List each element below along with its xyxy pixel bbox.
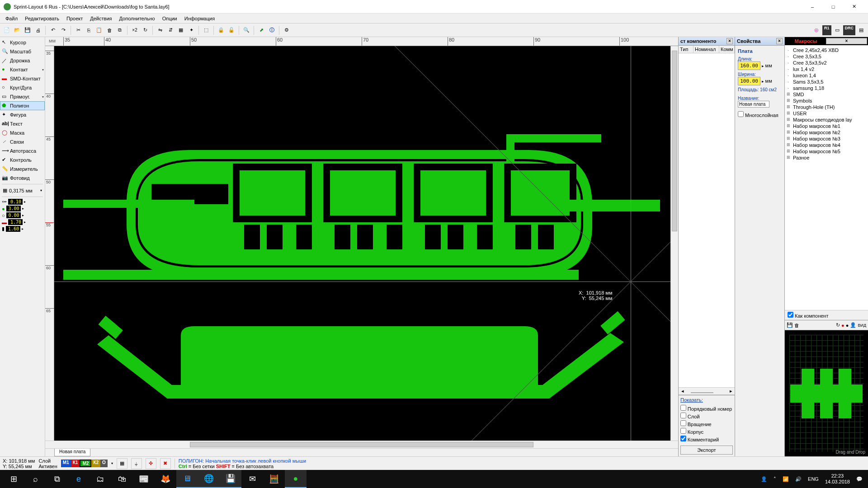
- settings-button[interactable]: ⚙: [282, 25, 292, 35]
- tray-volume-icon[interactable]: 🔊: [795, 476, 802, 482]
- tool-photoview[interactable]: 📷Фотовид: [0, 174, 45, 183]
- minimize-button[interactable]: –: [802, 0, 823, 14]
- layers-button[interactable]: ▤: [856, 25, 866, 35]
- drc-badge[interactable]: DRC: [843, 25, 856, 35]
- macro-item[interactable]: lux 1,4 v2: [787, 66, 866, 72]
- grid-setting[interactable]: ▦0,3175 мм▾: [0, 186, 45, 195]
- chrome-icon[interactable]: 🌐: [198, 470, 220, 488]
- menu-file[interactable]: Файл: [2, 15, 21, 22]
- x2-button[interactable]: ×2: [130, 25, 140, 35]
- info-button[interactable]: ⓘ: [267, 25, 277, 35]
- tray-clock[interactable]: 22:2314.03.2018: [825, 473, 850, 485]
- param-smd-h[interactable]: ▮1.60▸: [0, 225, 45, 232]
- undo-button[interactable]: ↶: [48, 25, 58, 35]
- r1-badge[interactable]: R1: [822, 25, 831, 35]
- show-opt-number[interactable]: Порядковый номер: [680, 404, 733, 412]
- sprint-layout-icon[interactable]: ●: [285, 470, 307, 488]
- macro-folder[interactable]: Набор макросов №5: [787, 148, 866, 155]
- app2-icon[interactable]: 🦊: [155, 470, 176, 488]
- macro-folder[interactable]: Набор макросов №1: [787, 123, 866, 129]
- menu-actions[interactable]: Действия: [86, 15, 115, 22]
- mail-icon[interactable]: ✉: [241, 470, 263, 488]
- tool-autoroute[interactable]: ⟿Автотрасса: [0, 146, 45, 155]
- macro-folder[interactable]: SMD: [787, 91, 866, 98]
- component-hscroll[interactable]: ◂▸: [679, 387, 735, 395]
- tool-connections[interactable]: ⟋Связи: [0, 137, 45, 146]
- macro-user-icon[interactable]: 👤: [850, 322, 856, 328]
- copy-button[interactable]: ⎘: [84, 25, 94, 35]
- tool-mask[interactable]: ◯Маска: [0, 128, 45, 137]
- macro-folder[interactable]: Набор макросов №2: [787, 129, 866, 136]
- close-macros[interactable]: ×: [826, 38, 867, 44]
- horizontal-scrollbar[interactable]: [45, 441, 678, 448]
- ruler-vertical[interactable]: 35 40 45 50 55 60 65: [45, 46, 54, 441]
- as-component-checkbox[interactable]: Как компонент: [788, 313, 828, 319]
- macro-item[interactable]: Cree 2,45x2,45 XBD: [787, 47, 866, 53]
- macro-dot-red[interactable]: ●: [841, 323, 844, 328]
- unlock-button[interactable]: 🔓: [226, 25, 236, 35]
- explorer-icon[interactable]: 🗂: [90, 470, 111, 488]
- ruler-horizontal[interactable]: мм 35 40 50 60 70 80 90 100: [45, 37, 678, 46]
- start-button[interactable]: ⊞: [3, 470, 24, 488]
- system-tray[interactable]: 👤 ˄ 📶 🔊 ENG 22:2314.03.2018 💬: [761, 473, 865, 485]
- macro-item[interactable]: Sams 3,5x3,5: [787, 79, 866, 85]
- tray-people-icon[interactable]: 👤: [761, 476, 767, 482]
- tool-rect[interactable]: ▭Прямоуг.▾: [0, 92, 45, 101]
- param-pad-inner[interactable]: ○0.00▸: [0, 212, 45, 219]
- macro-dot-black[interactable]: ●: [846, 323, 849, 328]
- cut-button[interactable]: ✂: [73, 25, 83, 35]
- macro-preview[interactable]: Drag and Drop: [785, 330, 868, 456]
- app3-icon[interactable]: 🖥: [176, 470, 198, 488]
- layer-selector[interactable]: М1 К1 М2 К2 О: [61, 460, 108, 467]
- tool-track[interactable]: ／Дорожка: [0, 56, 45, 65]
- menu-info[interactable]: Информация: [181, 15, 218, 22]
- task-view-icon[interactable]: ⧉: [46, 470, 68, 488]
- tool-cursor[interactable]: ↖Курсор: [0, 38, 45, 47]
- redo-button[interactable]: ↷: [58, 25, 68, 35]
- show-opt-rotation[interactable]: Вращение: [680, 420, 733, 427]
- print-button[interactable]: 🖨: [33, 25, 43, 35]
- macro-view-label[interactable]: ВИД: [858, 323, 866, 328]
- search-icon[interactable]: ⌕: [24, 470, 46, 488]
- status-grid-icon[interactable]: ▦: [117, 458, 127, 469]
- tray-network-icon[interactable]: 📶: [783, 476, 789, 482]
- macro-folder[interactable]: USER: [787, 110, 866, 117]
- select-button[interactable]: ⬈: [256, 25, 266, 35]
- mirror-v-button[interactable]: ⇵: [165, 25, 175, 35]
- tool-circle[interactable]: ○Круг/Дуга: [0, 83, 45, 92]
- show-opt-package[interactable]: Корпус: [680, 427, 733, 435]
- macro-refresh-icon[interactable]: ↻: [836, 322, 840, 328]
- macro-item[interactable]: luxeon 1,4: [787, 72, 866, 79]
- tool-polygon[interactable]: ⬟Полигон: [0, 101, 45, 110]
- tool-smd[interactable]: ▬SMD-Контакт: [0, 74, 45, 83]
- param-pad-outer[interactable]: ●3.00▸: [0, 205, 45, 212]
- menu-options[interactable]: Опции: [159, 15, 181, 22]
- group-button[interactable]: ⬚: [201, 25, 211, 35]
- paste-button[interactable]: 📋: [94, 25, 104, 35]
- close-component-panel[interactable]: ×: [726, 38, 733, 44]
- param-smd-w[interactable]: ▬1.70▸: [0, 219, 45, 225]
- menu-edit[interactable]: Редактировать: [21, 15, 63, 22]
- macro-save-icon[interactable]: 💾: [787, 322, 793, 328]
- tray-up-icon[interactable]: ˄: [774, 476, 776, 482]
- macro-folder[interactable]: Symbols: [787, 98, 866, 104]
- edge-icon[interactable]: e: [68, 470, 90, 488]
- duplicate-button[interactable]: ⧉: [115, 25, 125, 35]
- macro-item[interactable]: samsung 1,18: [787, 85, 866, 91]
- board-tab[interactable]: Новая плата: [54, 449, 90, 456]
- rotate-button[interactable]: ↻: [140, 25, 150, 35]
- tool-pad[interactable]: ●Контакт▾: [0, 65, 45, 74]
- status-cross-icon[interactable]: ✖: [160, 458, 171, 469]
- board-name-input[interactable]: [738, 101, 769, 108]
- status-target-icon[interactable]: ✜: [146, 458, 156, 469]
- macro-delete-icon[interactable]: 🗑: [794, 323, 799, 328]
- macro-folder[interactable]: Набор макросов №3: [787, 136, 866, 142]
- show-opt-layer[interactable]: Слой: [680, 412, 733, 420]
- calc-icon[interactable]: 🧮: [263, 470, 285, 488]
- maximize-button[interactable]: □: [823, 0, 844, 14]
- macro-item[interactable]: Cree 3,5x3,5: [787, 53, 866, 60]
- vertical-scrollbar[interactable]: [670, 46, 678, 441]
- macro-tree[interactable]: Cree 2,45x2,45 XBD Cree 3,5x3,5 Cree 3,5…: [785, 45, 868, 310]
- app1-icon[interactable]: 📰: [133, 470, 155, 488]
- macro-folder[interactable]: Разное: [787, 155, 866, 161]
